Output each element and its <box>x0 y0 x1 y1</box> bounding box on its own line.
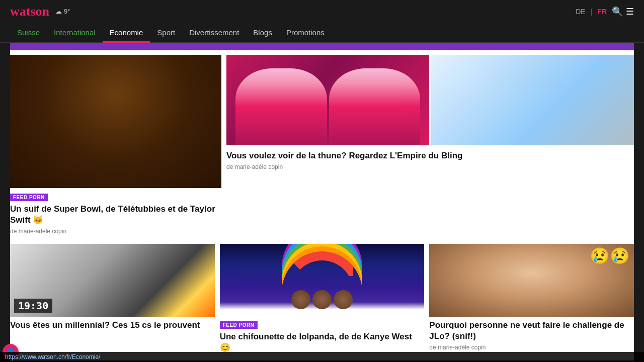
article-top-right-title: Vous voulez voir de la thune? Regardez L… <box>226 150 632 161</box>
header-left: watson ☁ 9° <box>10 4 70 19</box>
weather-icon: ☁ <box>55 8 62 15</box>
video-time-badge: 19:30 <box>14 299 52 313</box>
nav-item-divertissement[interactable]: Divertissement <box>182 23 246 43</box>
pink-ladies-decoration <box>226 60 429 145</box>
bottom-articles: 19:30 Vous êtes un millennial? Ces 15 cs… <box>10 244 634 355</box>
nav-item-international[interactable]: International <box>47 23 103 43</box>
article-bottom-1[interactable]: 19:30 Vous êtes un millennial? Ces 15 cs… <box>10 244 215 355</box>
head-3 <box>334 290 353 309</box>
article-bottom-2-body: FEED PORN Une chifounette de lolpanda, d… <box>220 317 425 353</box>
article-top-left-image <box>10 55 221 188</box>
kanye-heads <box>291 290 353 309</box>
temperature: 9° <box>64 8 70 15</box>
article-top-right[interactable]: Vous voulez voir de la thune? Regardez L… <box>226 55 634 235</box>
logo-text: watson <box>10 4 49 19</box>
article-bottom-1-image: 19:30 <box>10 244 215 317</box>
nav-item-blogs[interactable]: Blogs <box>246 23 279 43</box>
lang-fr[interactable]: FR <box>597 8 607 16</box>
search-icon[interactable]: 🔍 <box>612 6 623 17</box>
nav-item-promotions[interactable]: Promotions <box>279 23 332 43</box>
article-top-right-images <box>226 55 634 145</box>
purple-banner <box>10 43 634 50</box>
article-bottom-1-title: Vous êtes un millennial? Ces 15 cs le pr… <box>10 320 214 331</box>
article-top-right-author: de marie-adèle copin <box>226 163 632 170</box>
emoji-overlay: 😢😢 <box>590 248 630 264</box>
head-2 <box>312 290 332 309</box>
logo[interactable]: watson <box>10 4 49 19</box>
article-bottom-3-title: Pourquoi personne ne veut faire le chall… <box>429 320 633 342</box>
main-content: FEED PORN Un suif de Super Bowl, de Télé… <box>10 50 634 360</box>
header-icons: 🔍 ☰ <box>612 6 634 17</box>
article-bottom-2-tag: FEED PORN <box>220 321 258 329</box>
header-right: DE | FR 🔍 ☰ <box>576 6 634 17</box>
article-bottom-3-author: de marie-adèle copin <box>429 344 633 351</box>
pink-lady-1 <box>235 68 327 145</box>
menu-icon[interactable]: ☰ <box>626 6 634 17</box>
nav-item-sport[interactable]: Sport <box>150 23 182 43</box>
navigation: Suisse International Economie Sport Dive… <box>0 23 644 43</box>
airplane-decoration <box>431 55 634 145</box>
article-top-left-author: de marie-adèle copin <box>10 228 219 235</box>
article-bottom-2-title: Une chifounette de lolpanda, de de Kanye… <box>220 331 424 353</box>
head-1 <box>291 290 310 309</box>
lang-de[interactable]: DE <box>576 8 585 16</box>
article-top-left-title: Un suif de Super Bowl, de Télétubbies et… <box>10 204 219 226</box>
url-bar: https://www.watson.ch/fr/Economie/ <box>0 352 644 362</box>
article-bottom-2[interactable]: FEED PORN Une chifounette de lolpanda, d… <box>220 244 425 355</box>
article-bottom-3[interactable]: 😢😢 Pourquoi personne ne veut faire le ch… <box>429 244 634 355</box>
article-bottom-3-body: Pourquoi personne ne veut faire le chall… <box>429 317 634 351</box>
article-top-left-tag: FEED PORN <box>10 194 48 201</box>
header: watson ☁ 9° DE | FR 🔍 ☰ <box>0 0 644 23</box>
article-top-left-body: FEED PORN Un suif de Super Bowl, de Télé… <box>10 188 221 235</box>
article-top-right-body: Vous voulez voir de la thune? Regardez L… <box>226 147 634 170</box>
article-bottom-1-body: Vous êtes un millennial? Ces 15 cs le pr… <box>10 317 215 331</box>
article-top-right-image1 <box>226 55 429 145</box>
bear-image <box>10 55 221 188</box>
nav-item-suisse[interactable]: Suisse <box>10 23 47 43</box>
nav-item-economie[interactable]: Economie <box>103 23 150 43</box>
pink-lady-2 <box>329 68 420 145</box>
lang-separator: | <box>591 8 593 16</box>
article-top-left[interactable]: FEED PORN Un suif de Super Bowl, de Télé… <box>10 55 221 235</box>
article-bottom-2-image <box>220 244 425 317</box>
weather: ☁ 9° <box>55 8 70 15</box>
article-top-right-image2 <box>431 55 634 145</box>
top-articles: FEED PORN Un suif de Super Bowl, de Télé… <box>10 55 634 240</box>
article-bottom-3-image: 😢😢 <box>429 244 634 317</box>
